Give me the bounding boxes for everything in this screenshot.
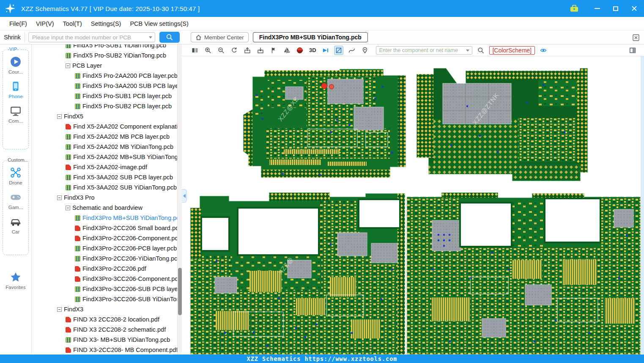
vip-briefcase-icon[interactable] [570, 4, 579, 13]
gamepad-icon [10, 191, 22, 203]
collapse-icon[interactable] [57, 195, 62, 200]
tree-item[interactable]: Find X5-3AA202 SUB YiDianTong.pcb [32, 182, 177, 192]
collapse-icon[interactable] [66, 206, 70, 210]
menu-settings[interactable]: Settings(S) [89, 19, 123, 28]
tree-folder[interactable]: FindX3 [32, 304, 177, 314]
close-button[interactable] [630, 5, 638, 12]
sidebar-item-game[interactable]: Gam... [3, 191, 28, 210]
flag-icon[interactable] [269, 46, 278, 55]
zoom-in-icon[interactable] [203, 46, 213, 55]
sidebar-item-course[interactable]: Cour... [3, 56, 28, 74]
minimize-button[interactable] [593, 5, 601, 12]
menubar: File(F) VIP(V) Tool(T) Settings(S) PCB V… [0, 17, 644, 30]
pcb-file-icon [66, 175, 71, 180]
tree-item-label: FindX5 Pro-SUB2 PCB layer.pcb [82, 103, 172, 110]
collapse-icon[interactable] [66, 63, 70, 68]
zoom-out-icon[interactable] [216, 46, 226, 55]
sidebar-item-car[interactable]: Car [3, 216, 28, 234]
split-view-icon[interactable] [190, 46, 200, 55]
top-bottom-view-icon[interactable] [295, 46, 304, 55]
tree-item[interactable]: Find X5-2AA202 MB+SUB YiDianTong.pcb [32, 152, 177, 162]
tree-item[interactable]: FIND X3 2CC208-2 schematic.pdf [32, 324, 177, 335]
next-view-icon[interactable] [321, 46, 330, 55]
sidebar-item-label: Car [12, 229, 20, 234]
tree-folder[interactable]: FindX5 [32, 111, 177, 121]
tree-item[interactable]: FindX3Pro-3CC206-SUB YiDianTong.pcb [32, 294, 177, 304]
tree-item[interactable]: Find X5-2AA202 MB YiDianTong.pcb [32, 142, 177, 152]
tree-item[interactable]: FindX5 Pro-3AA200 SUB PCB layer.pcb [32, 81, 177, 91]
member-center-button[interactable]: Member Center [191, 32, 249, 42]
tree-folder[interactable]: FindX3 Pro [32, 192, 177, 203]
collapse-panel-handle[interactable] [182, 189, 187, 203]
sidebar-item-favorites[interactable]: Favorites [3, 271, 29, 290]
pcb-file-icon [75, 73, 80, 79]
tree-item[interactable]: Find X5-2AA202-image.pdf [32, 162, 177, 172]
component-search-input[interactable] [376, 46, 472, 55]
tree-item[interactable]: FIND X3- MB+SUB YiDianTong.pcb [32, 335, 177, 345]
tree-item[interactable]: FindX5 Pro-2AA200 PCB layer.pcb [32, 71, 177, 81]
collapse-icon[interactable] [57, 307, 62, 312]
tree-item[interactable]: FindX5 Pro-SUB2 PCB layer.pcb [32, 101, 177, 111]
file-tree: FindX5 Pro-SUB1 YiDianTong.pcb FindX5 Pr… [32, 44, 182, 355]
tree-item[interactable]: FindX3Pro-2CC206-YiDianTong.pcb [32, 253, 177, 264]
tree-scrollbar-thumb[interactable] [178, 268, 182, 315]
chevron-down-icon[interactable] [466, 50, 469, 52]
tree-item[interactable]: Find X5-3AA202 SUB PCB layer.pcb [32, 172, 177, 182]
pcb-board-top-left[interactable]: XZZ@XZ [243, 69, 406, 178]
sidebar-item-drone[interactable]: Drone [3, 167, 28, 185]
sidebar-item-computer[interactable]: Com... [3, 105, 28, 124]
net-search-icon[interactable] [476, 46, 485, 55]
tree-item[interactable]: FindX3Pro-2CC206-PCB layer.pcb [32, 243, 177, 253]
tree-item[interactable]: Find X5-2AA202 MB PCB layer.pcb [32, 132, 177, 142]
pcb-board-bottom-right[interactable] [407, 192, 641, 355]
tree-item[interactable]: FIND X3 2CC208-2 location.pdf [32, 314, 177, 324]
pcb-file-icon [66, 144, 71, 150]
tree-item[interactable]: FindX3Pro-2CC206.pdf [32, 264, 177, 274]
tree-item[interactable]: FindX3Pro-3CC206-SUB PCB layer.pcb [32, 284, 177, 294]
maximize-button[interactable] [612, 5, 619, 12]
flip-board-icon[interactable] [282, 46, 291, 55]
collapse-icon[interactable] [57, 114, 62, 119]
tree-folder[interactable]: PCB Layer [32, 60, 177, 71]
tree-item-selected[interactable]: FindX3Pro MB+SUB YiDianTong.pcb [32, 213, 177, 223]
pcb-board-bottom-left[interactable]: XZZ@ [190, 192, 405, 355]
three-d-button[interactable]: 3D [308, 47, 317, 53]
app-logo-icon [4, 3, 16, 14]
search-button[interactable] [159, 32, 180, 43]
tree-item[interactable]: FindX5 Pro-SUB1 YiDianTong.pcb [32, 44, 177, 50]
pdf-file-icon [75, 266, 80, 272]
menu-file[interactable]: File(F) [8, 19, 29, 28]
layer-panel-toggle-icon[interactable] [628, 46, 637, 55]
sidebar-item-phone[interactable]: Phone [3, 80, 28, 99]
pcb-board-top-right[interactable]: XZZ@ZTNK [417, 68, 588, 181]
tree-item[interactable]: FindX3Pro-3CC206-Component.pdf [32, 274, 177, 284]
pcb-file-icon [66, 185, 71, 190]
model-search-input[interactable] [28, 32, 155, 42]
diagonal-measure-icon[interactable] [334, 46, 343, 55]
colorscheme-button[interactable]: [ColorScheme] [489, 46, 535, 55]
tree-item[interactable]: FindX3Pro-2CC206-Component.pdf [32, 233, 177, 243]
tree-item[interactable]: Find X5-2AA202 Component explanation.pdf [32, 121, 177, 132]
tree-item[interactable]: FIND X3-2CC208- MB Component.pdf [32, 345, 177, 355]
pcb-canvas[interactable]: XZZ@XZ [182, 56, 644, 355]
curve-icon[interactable] [347, 46, 356, 55]
active-document-tab[interactable]: FindX3Pro MB+SUB YiDianTong.pcb [253, 32, 368, 42]
viewer-scrollbar[interactable] [641, 56, 644, 355]
shrink-button[interactable]: Shrink [0, 34, 25, 41]
chevron-down-icon[interactable] [149, 36, 152, 38]
tree-item-label: FindX3Pro-2CC206 Small board.pdf [82, 225, 177, 231]
tree-item[interactable]: FindX5 Pro-SUB1 PCB layer.pcb [32, 91, 177, 101]
location-pin-icon[interactable] [360, 46, 370, 55]
close-all-tabs-icon[interactable] [632, 34, 640, 41]
tree-item[interactable]: FindX5 Pro-SUB2 YiDianTong.pcb [32, 50, 177, 60]
export-board-icon[interactable] [243, 46, 252, 55]
menu-vip[interactable]: VIP(V) [34, 19, 56, 28]
tree-folder[interactable]: Schematic and boardview [32, 203, 177, 213]
import-board-icon[interactable] [256, 46, 265, 55]
visibility-eye-icon[interactable] [539, 46, 548, 55]
tree-item[interactable]: FindX3Pro-2CC206 Small board.pdf [32, 223, 177, 233]
rotate-icon[interactable] [230, 46, 239, 55]
menu-tool[interactable]: Tool(T) [61, 19, 84, 28]
menu-pcb-view-settings[interactable]: PCB View settings(S) [128, 19, 190, 28]
tree-scrollbar[interactable] [177, 44, 182, 355]
